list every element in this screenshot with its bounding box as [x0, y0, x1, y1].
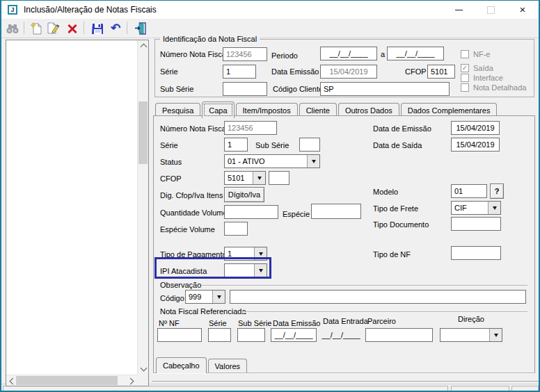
- scroll-down-button[interactable]: [138, 364, 149, 375]
- nfe-checkbox[interactable]: [461, 50, 469, 58]
- toolbar-separator: [84, 22, 84, 34]
- tipo-nf-label: Tipo de NF: [373, 250, 411, 259]
- vertical-scrollbar[interactable]: [137, 40, 148, 375]
- tipo-frete-combobox[interactable]: CIF: [451, 201, 501, 215]
- maximize-icon: [487, 6, 495, 14]
- ref-serie-label: Série: [209, 319, 227, 327]
- minimize-button[interactable]: [443, 1, 475, 19]
- exit-button[interactable]: [132, 20, 149, 37]
- modelo-help-button[interactable]: ?: [490, 183, 504, 199]
- record-list-panel[interactable]: [6, 40, 149, 386]
- ref-sub-serie-field[interactable]: [237, 328, 265, 342]
- close-button[interactable]: ×: [507, 1, 539, 19]
- capa-cfop-combobox[interactable]: 5101: [224, 171, 266, 185]
- dropdown-arrow-icon: [493, 206, 497, 210]
- horizontal-scrollbar[interactable]: [6, 375, 137, 386]
- serie-field[interactable]: 1: [223, 65, 256, 79]
- modelo-field[interactable]: 01: [451, 184, 487, 198]
- dropdown-arrow-icon: [312, 160, 316, 163]
- scroll-right-button[interactable]: [126, 375, 137, 386]
- cfop-field[interactable]: 5101: [427, 65, 455, 79]
- numero-nota-fiscal-label: Número Nota Fiscal: [160, 50, 228, 58]
- ref-sub-serie-label: Sub Série: [238, 319, 271, 327]
- tab-cliente[interactable]: Cliente: [299, 103, 337, 117]
- delete-button[interactable]: [64, 20, 81, 37]
- sub-serie-field[interactable]: [223, 82, 267, 96]
- capa-cfop-label: CFOP: [160, 174, 182, 183]
- ref-data-entrada-field[interactable]: __/__/____: [321, 328, 361, 342]
- dig-cfop-label: Dig. Cfop/Iva Itens: [160, 191, 223, 199]
- chevron-down-icon: [140, 365, 147, 372]
- numero-nota-fiscal-field[interactable]: 123456: [223, 47, 267, 61]
- capa-sub-serie-field[interactable]: [299, 138, 320, 152]
- data-de-saida-field[interactable]: 15/04/2019: [451, 138, 500, 152]
- tab-pesquisa[interactable]: Pesquisa: [155, 103, 200, 117]
- capa-cfop-extra-field[interactable]: [269, 171, 289, 185]
- minimize-icon: [455, 10, 463, 10]
- quantidade-volume-field[interactable]: [224, 205, 278, 219]
- horizontal-scrollbar-thumb[interactable]: [16, 376, 118, 385]
- nota-detalhada-checkbox[interactable]: [461, 83, 469, 92]
- main-tabs: Pesquisa Capa Item/Impostos Cliente Outr…: [155, 100, 498, 117]
- dropdown-button[interactable]: [253, 172, 265, 184]
- undo-button[interactable]: ↶: [107, 20, 124, 37]
- especie-field[interactable]: [311, 204, 361, 219]
- ref-serie-field[interactable]: [208, 328, 231, 342]
- observacao-texto-field[interactable]: [230, 290, 526, 304]
- tab-capa[interactable]: Capa: [202, 101, 234, 118]
- tipo-documento-field[interactable]: [451, 217, 501, 231]
- scroll-up-button[interactable]: [138, 40, 149, 51]
- dropdown-button[interactable]: [212, 291, 225, 303]
- data-emissao-label: Data Emissão: [271, 67, 319, 76]
- vertical-scrollbar-thumb[interactable]: [138, 101, 148, 164]
- data-de-emissao-field[interactable]: 15/04/2019: [451, 121, 500, 135]
- dropdown-button[interactable]: [307, 155, 319, 168]
- serie-label: Série: [160, 67, 178, 76]
- edit-button[interactable]: [45, 20, 61, 37]
- toolbar-separator: [127, 22, 127, 34]
- ref-parceiro-field[interactable]: [365, 328, 433, 342]
- nf-referenciada-legend: Nota Fiscal Referenciada: [160, 307, 246, 316]
- periodo-from-field[interactable]: __/__/____: [320, 47, 377, 60]
- edit-document-icon: [47, 22, 60, 35]
- app-icon-letter: J: [10, 6, 14, 13]
- dropdown-arrow-icon: [217, 295, 221, 299]
- tab-outros-dados[interactable]: Outros Dados: [338, 103, 399, 117]
- interface-checkbox[interactable]: [461, 74, 469, 82]
- titlebar: J Inclusão/Alteração de Notas Fiscais ×: [1, 1, 539, 19]
- periodo-label: Periodo: [271, 51, 298, 60]
- ref-data-emissao-field[interactable]: __/__/____: [271, 328, 317, 342]
- tab-cabecalho[interactable]: Cabeçalho: [156, 357, 207, 373]
- capa-numero-label: Número Nota Fiscal: [160, 124, 228, 133]
- dropdown-arrow-icon: [257, 177, 262, 180]
- dropdown-button[interactable]: [489, 329, 502, 341]
- toolbar-separator: [24, 22, 24, 34]
- ref-data-emissao-label: Data Emissão: [273, 319, 320, 327]
- new-button[interactable]: [28, 20, 45, 37]
- dropdown-button[interactable]: [488, 202, 500, 214]
- ref-direcao-combobox[interactable]: [440, 328, 502, 342]
- tab-valores[interactable]: Valores: [208, 359, 247, 373]
- floppy-disk-icon: [92, 23, 104, 35]
- capa-numero-field[interactable]: 123456: [224, 121, 277, 135]
- codigo-cliente-field[interactable]: SP: [320, 82, 450, 96]
- capa-serie-field[interactable]: 1: [224, 138, 248, 152]
- ref-nf-field[interactable]: [157, 328, 202, 342]
- observacao-codigo-combobox[interactable]: 999: [185, 290, 225, 304]
- tab-item-impostos[interactable]: Item/Impostos: [236, 103, 298, 117]
- tab-label: Item/Impostos: [243, 106, 291, 115]
- close-icon: ×: [520, 1, 526, 19]
- tipo-nf-field[interactable]: [451, 246, 501, 260]
- tab-dados-complementares[interactable]: Dados Complementares: [401, 103, 498, 117]
- ref-direcao-label: Direção: [458, 315, 484, 323]
- especie-volume-field[interactable]: [224, 222, 248, 236]
- status-combobox[interactable]: 01 - ATIVO: [224, 154, 320, 168]
- periodo-a-label: a: [381, 50, 385, 58]
- observacao-divider-line: [202, 285, 527, 286]
- saida-checkbox[interactable]: ✓: [461, 64, 469, 72]
- digito-iva-button[interactable]: Dígito/Iva: [224, 187, 264, 202]
- save-button[interactable]: [89, 20, 106, 37]
- data-emissao-field[interactable]: 15/04/2019: [320, 65, 377, 79]
- find-button[interactable]: [4, 20, 21, 37]
- periodo-to-field[interactable]: __/__/____: [387, 47, 444, 60]
